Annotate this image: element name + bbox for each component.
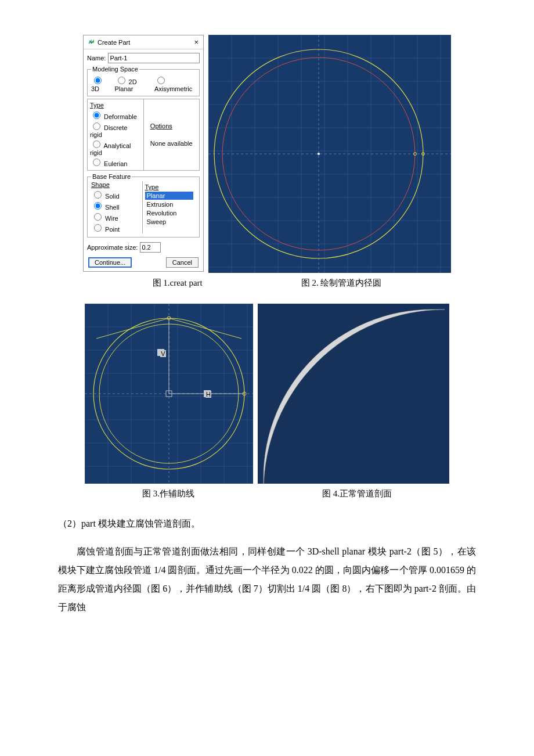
type-discrete-radio[interactable]: [93, 123, 100, 130]
section-paragraph: 腐蚀管道剖面与正常管道剖面做法相同，同样创建一个 3D-shell planar…: [58, 542, 476, 617]
h-label: H: [205, 391, 211, 398]
ms-3d-radio[interactable]: [94, 77, 102, 84]
fig3-sketch-canvas: V H: [85, 304, 253, 484]
feature-type-revolution[interactable]: Revolution: [145, 209, 194, 217]
fig2-svg: [208, 35, 451, 273]
type-eulerian-label: Eulerian: [104, 160, 127, 167]
feature-type-extrusion[interactable]: Extrusion: [145, 200, 194, 208]
ms-axi-label: Axisymmetric: [154, 85, 192, 92]
figure-row-2: www.zixin.com.cn V H: [23, 304, 511, 484]
dialog-button-row: Continue... Cancel: [84, 257, 203, 271]
fig4-caption: 图 4.正常管道剖面: [322, 488, 392, 499]
fig2-caption: 图 2. 绘制管道内径圆: [301, 278, 382, 289]
ms-axi-option[interactable]: Axisymmetric: [154, 75, 196, 92]
type-deformable-label: Deformable: [104, 113, 137, 120]
type-col: Type Deformable Discrete rigid Analytica…: [87, 99, 144, 171]
figure-row-1: Create Part × Name: Modeling Space 3D 2D…: [23, 35, 511, 273]
close-icon[interactable]: ×: [193, 38, 200, 46]
type-eulerian-radio[interactable]: [93, 159, 100, 166]
shape-col: Shape Solid Shell Wire Point: [91, 181, 142, 233]
type-discrete-option[interactable]: Discrete rigid: [90, 121, 141, 138]
caption-row-1: 图 1.creat part 图 2. 绘制管道内径圆: [23, 273, 511, 292]
type-options-row: Type Deformable Discrete rigid Analytica…: [87, 99, 200, 171]
modeling-space-group: Modeling Space 3D 2D Planar Axisymmetric: [87, 66, 200, 96]
feature-type-col-title: Type: [145, 183, 194, 190]
svg-point-6: [317, 153, 320, 155]
feature-type-col: Type Planar Extrusion Revolution Sweep: [142, 181, 196, 233]
section-heading: （2）part 模块建立腐蚀管道剖面。: [58, 514, 476, 533]
fig4-svg: [258, 304, 449, 484]
shape-shell-label: Shell: [105, 204, 119, 211]
approx-size-row: Approximate size:: [87, 242, 200, 253]
name-field-row: Name:: [87, 53, 200, 63]
options-none: None available: [150, 140, 193, 147]
name-input[interactable]: [108, 53, 200, 63]
base-feature-group: Base Feature Shape Solid Shell Wire Poin…: [87, 173, 200, 237]
fig1-caption: 图 1.creat part: [153, 278, 203, 289]
continue-button[interactable]: Continue...: [88, 257, 132, 268]
shape-solid-label: Solid: [105, 193, 119, 200]
create-part-dialog: Create Part × Name: Modeling Space 3D 2D…: [83, 35, 204, 272]
ms-2d-option[interactable]: 2D Planar: [115, 75, 149, 92]
feature-type-sweep[interactable]: Sweep: [145, 218, 194, 226]
shape-point-label: Point: [105, 226, 120, 233]
dialog-body: Name: Modeling Space 3D 2D Planar Axisym…: [84, 49, 203, 257]
cancel-button[interactable]: Cancel: [166, 257, 199, 268]
shape-point-radio[interactable]: [94, 224, 102, 232]
dialog-titlebar: Create Part ×: [84, 35, 203, 49]
fig3-caption: 图 3.作辅助线: [142, 488, 194, 499]
ms-2d-radio[interactable]: [118, 77, 125, 84]
fig4-sketch-canvas: [258, 304, 449, 484]
type-analytical-option[interactable]: Analytical rigid: [90, 139, 141, 156]
type-deformable-radio[interactable]: [93, 111, 100, 119]
shape-solid-radio[interactable]: [94, 191, 102, 199]
type-deformable-option[interactable]: Deformable: [90, 110, 141, 120]
type-analytical-radio[interactable]: [93, 141, 100, 148]
name-label: Name:: [87, 55, 106, 62]
modeling-space-legend: Modeling Space: [91, 66, 139, 73]
shape-col-title: Shape: [91, 181, 140, 188]
shape-shell-option[interactable]: Shell: [91, 200, 140, 211]
fig2-sketch-canvas: [208, 35, 451, 273]
body-text: （2）part 模块建立腐蚀管道剖面。 腐蚀管道剖面与正常管道剖面做法相同，同样…: [58, 514, 476, 617]
ms-axi-radio[interactable]: [157, 77, 165, 84]
shape-solid-option[interactable]: Solid: [91, 189, 140, 200]
options-col-title: Options: [150, 123, 193, 129]
dialog-title: Create Part: [98, 39, 130, 46]
fig3-svg: [85, 304, 253, 484]
shape-wire-radio[interactable]: [94, 213, 102, 221]
approx-input[interactable]: [140, 242, 161, 253]
approx-label: Approximate size:: [87, 244, 138, 251]
shape-shell-radio[interactable]: [94, 202, 102, 210]
v-label: V: [160, 350, 166, 357]
feature-type-planar[interactable]: Planar: [145, 192, 194, 200]
shape-wire-label: Wire: [105, 215, 118, 222]
type-col-title: Type: [90, 102, 141, 109]
shape-wire-option[interactable]: Wire: [91, 211, 140, 222]
options-col: Options None available: [144, 99, 200, 171]
ms-3d-option[interactable]: 3D: [91, 75, 109, 92]
shape-point-option[interactable]: Point: [91, 222, 140, 233]
arrows-icon: [87, 38, 95, 46]
ms-3d-label: 3D: [91, 85, 99, 92]
base-feature-legend: Base Feature: [91, 173, 132, 180]
type-eulerian-option[interactable]: Eulerian: [90, 157, 141, 167]
caption-row-2: 图 3.作辅助线 图 4.正常管道剖面: [23, 484, 511, 503]
